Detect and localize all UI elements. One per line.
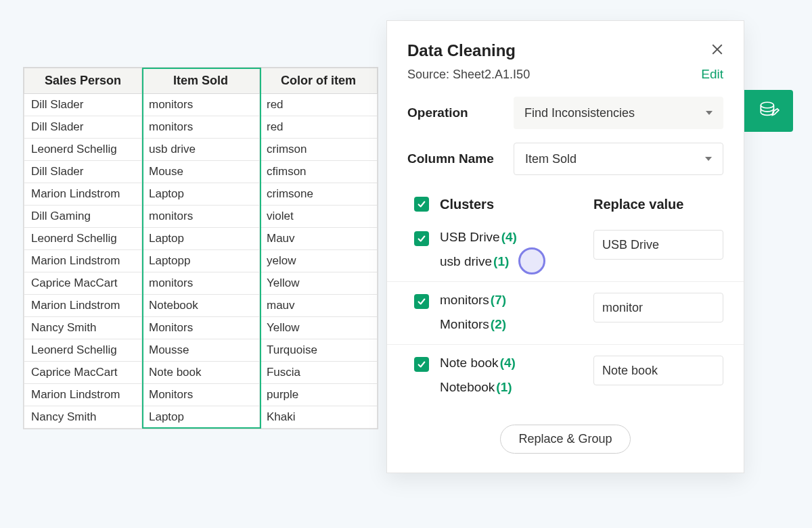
- replace-and-group-button[interactable]: Replace & Group: [500, 425, 630, 454]
- cluster-variant: Notebook (1): [440, 380, 593, 395]
- table-row[interactable]: Marion LindstromLaptopcrimsone: [24, 183, 378, 206]
- cluster-checkbox[interactable]: [414, 294, 429, 309]
- table-cell[interactable]: Mauv: [259, 228, 377, 250]
- cluster-variant-count: (7): [491, 293, 506, 308]
- table-cell[interactable]: Fuscia: [259, 362, 377, 384]
- table-cell[interactable]: monitors: [142, 116, 260, 139]
- edit-source-link[interactable]: Edit: [701, 67, 723, 82]
- table-row[interactable]: Leonerd SchelligLaptopMauv: [24, 228, 378, 250]
- table-cell[interactable]: Monitors: [142, 317, 260, 339]
- table-cell[interactable]: red: [259, 94, 377, 116]
- table-cell[interactable]: monitors: [142, 206, 260, 228]
- cluster-row: Note book (4)Notebook (1): [387, 344, 744, 407]
- replace-value-heading: Replace value: [593, 197, 723, 212]
- cluster-variant-name: Monitors: [440, 317, 489, 332]
- table-cell[interactable]: yelow: [259, 250, 377, 272]
- data-cleaning-panel: Data Cleaning Source: Sheet2.A1.I50 Edit…: [386, 20, 744, 473]
- col-header[interactable]: Sales Person: [24, 68, 142, 94]
- table-cell[interactable]: Turquoise: [259, 339, 377, 362]
- replace-value-input[interactable]: [593, 230, 723, 260]
- table-row[interactable]: Leonerd Schelligusb drivecrimson: [24, 139, 378, 161]
- table-cell[interactable]: monitors: [142, 272, 260, 295]
- table-cell[interactable]: red: [259, 116, 377, 139]
- cluster-variant-name: Note book: [440, 356, 499, 370]
- table-cell[interactable]: Yellow: [259, 317, 377, 339]
- table-cell[interactable]: Monitors: [142, 384, 260, 406]
- table-cell[interactable]: Caprice MacCart: [24, 272, 142, 295]
- table-cell[interactable]: Leonerd Schellig: [24, 139, 142, 161]
- table-row[interactable]: Dill Sladermonitorsred: [24, 116, 378, 139]
- table-cell[interactable]: usb drive: [142, 139, 260, 161]
- clusters-heading: Clusters: [440, 197, 593, 212]
- table-header-row: Sales Person Item Sold Color of item: [24, 68, 378, 94]
- table-cell[interactable]: Caprice MacCart: [24, 362, 142, 384]
- data-cleaning-tab-icon[interactable]: [744, 90, 793, 132]
- table-cell[interactable]: Marion Lindstrom: [24, 250, 142, 272]
- table-row[interactable]: Dill Sladermonitorsred: [24, 94, 378, 116]
- table-row[interactable]: Dill SladerMousecfimson: [24, 161, 378, 183]
- cluster-variant: monitors (7): [440, 293, 593, 308]
- table-cell[interactable]: Leonerd Schellig: [24, 228, 142, 250]
- table-row[interactable]: Dill Gamingmonitorsviolet: [24, 206, 378, 228]
- table-cell[interactable]: Nancy Smith: [24, 406, 142, 429]
- col-header[interactable]: Color of item: [259, 68, 377, 94]
- cluster-variant: Monitors (2): [440, 317, 593, 332]
- cluster-variant: USB Drive (4): [440, 230, 593, 245]
- operation-label: Operation: [407, 105, 468, 120]
- table-cell[interactable]: Khaki: [259, 406, 377, 429]
- replace-value-input[interactable]: [593, 356, 723, 385]
- table-cell[interactable]: Marion Lindstrom: [24, 183, 142, 206]
- table-cell[interactable]: purple: [259, 384, 377, 406]
- table-cell[interactable]: Laptop: [142, 406, 260, 429]
- table-cell[interactable]: Marion Lindstrom: [24, 384, 142, 406]
- cluster-variant-name: usb drive: [440, 254, 492, 269]
- cluster-row: monitors (7)Monitors (2): [387, 281, 744, 344]
- cluster-variant: Note book (4): [440, 356, 593, 370]
- table-cell[interactable]: crimsone: [259, 183, 377, 206]
- table-cell[interactable]: crimson: [259, 139, 377, 161]
- spreadsheet-table: Sales Person Item Sold Color of item Dil…: [23, 67, 378, 429]
- table-cell[interactable]: Dill Slader: [24, 161, 142, 183]
- column-name-select[interactable]: Item Sold: [514, 143, 723, 175]
- table-cell[interactable]: Laptop: [142, 183, 260, 206]
- table-cell[interactable]: violet: [259, 206, 377, 228]
- table-cell[interactable]: mauv: [259, 295, 377, 317]
- table-cell[interactable]: Yellow: [259, 272, 377, 295]
- table-cell[interactable]: Laptopp: [142, 250, 260, 272]
- table-cell[interactable]: Dill Slader: [24, 116, 142, 139]
- table-cell[interactable]: Mousse: [142, 339, 260, 362]
- cluster-variant-name: Notebook: [440, 380, 495, 395]
- table-cell[interactable]: Note book: [142, 362, 260, 384]
- table-cell[interactable]: Leonerd Schellig: [24, 339, 142, 362]
- table-row[interactable]: Caprice MacCartNote bookFuscia: [24, 362, 378, 384]
- table-cell[interactable]: Dill Slader: [24, 94, 142, 116]
- table-row[interactable]: Marion LindstromNotebookmauv: [24, 295, 378, 317]
- cluster-variant-count: (4): [501, 230, 517, 245]
- table-row[interactable]: Marion LindstromLaptoppyelow: [24, 250, 378, 272]
- table-cell[interactable]: Dill Gaming: [24, 206, 142, 228]
- table-row[interactable]: Caprice MacCartmonitorsYellow: [24, 272, 378, 295]
- table-cell[interactable]: monitors: [142, 94, 260, 116]
- table-row[interactable]: Leonerd SchelligMousseTurquoise: [24, 339, 378, 362]
- table-row[interactable]: Nancy SmithMonitorsYellow: [24, 317, 378, 339]
- panel-title: Data Cleaning: [407, 41, 516, 60]
- table-cell[interactable]: Mouse: [142, 161, 260, 183]
- cluster-variant-count: (1): [493, 254, 509, 269]
- chevron-down-icon: [706, 111, 713, 115]
- clusters-master-checkbox[interactable]: [414, 197, 429, 212]
- cluster-variant-name: monitors: [440, 293, 489, 308]
- cluster-row: USB Drive (4)usb drive (1): [387, 219, 744, 281]
- replace-value-input[interactable]: [593, 293, 723, 322]
- table-cell[interactable]: Notebook: [142, 295, 260, 317]
- col-header[interactable]: Item Sold: [142, 68, 260, 94]
- table-cell[interactable]: Marion Lindstrom: [24, 295, 142, 317]
- table-cell[interactable]: Laptop: [142, 228, 260, 250]
- cluster-checkbox[interactable]: [414, 231, 429, 246]
- table-cell[interactable]: Nancy Smith: [24, 317, 142, 339]
- cluster-checkbox[interactable]: [414, 357, 429, 372]
- table-row[interactable]: Nancy SmithLaptopKhaki: [24, 406, 378, 429]
- table-cell[interactable]: cfimson: [259, 161, 377, 183]
- table-row[interactable]: Marion LindstromMonitorspurple: [24, 384, 378, 406]
- close-icon[interactable]: [711, 43, 723, 58]
- operation-select[interactable]: Find Inconsistencies: [514, 97, 723, 129]
